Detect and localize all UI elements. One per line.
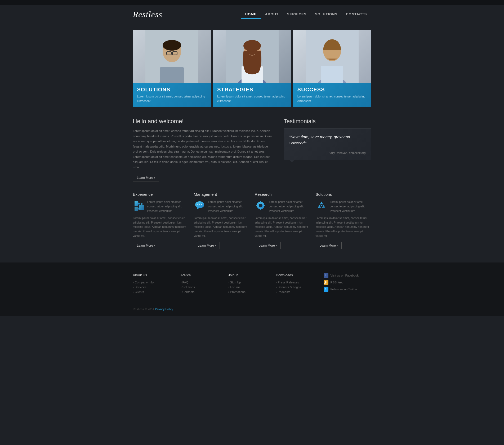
- footer-cols: About Us Company Info Services Clients A…: [133, 273, 371, 295]
- svg-rect-25: [260, 208, 261, 210]
- footer-col-about: About Us Company Info Services Clients: [133, 273, 181, 295]
- hero-card-solutions-title: SOLUTIONS: [137, 87, 207, 93]
- person-silhouette-3: [306, 30, 359, 83]
- hero-card-success-image: [293, 30, 371, 83]
- facebook-icon: f: [324, 273, 328, 278]
- svg-rect-4: [160, 67, 184, 83]
- footer-privacy-link[interactable]: Privacy Policy: [155, 308, 173, 311]
- feature-management-icon: [194, 200, 206, 211]
- feature-solutions-learn-more[interactable]: Learn More: [316, 242, 342, 249]
- footer-col-advice: Advice FAQ Solutions Contacts: [181, 273, 228, 295]
- footer-joinin-promotions: Promotions: [228, 290, 276, 293]
- feature-research-long: Lorem ipsum dolor sit amet, consec tetue…: [255, 216, 310, 238]
- footer-advice-heading: Advice: [181, 273, 228, 277]
- footer-downloads-banners-link[interactable]: Banners & Logos: [278, 286, 301, 289]
- content-row: Hello and welcome! Lorem ipsum dolor sit…: [133, 118, 371, 181]
- person-silhouette-2: [226, 30, 279, 83]
- feature-experience-icon-row: Lorem ipsum dolor sit amet, consec tetue…: [133, 200, 189, 213]
- feature-management-learn-more[interactable]: Learn More: [194, 242, 220, 249]
- feature-research-icon-row: Lorem ipsum dolor sit amet, consec tetue…: [255, 200, 310, 213]
- nav-about[interactable]: ABOUT: [261, 10, 283, 19]
- footer-about-company-link[interactable]: Company Info: [135, 281, 154, 284]
- testimonials-section: Testimonials "Save time, save money, gro…: [284, 118, 371, 181]
- hero-card-solutions: SOLUTIONS Lorem ipsum dolor sit amet, co…: [133, 30, 211, 107]
- feature-management-title: Management: [194, 192, 249, 197]
- footer-advice-faq: FAQ: [181, 281, 228, 284]
- footer-about-company: Company Info: [133, 281, 181, 284]
- svg-rect-27: [263, 205, 265, 206]
- hero-card-strategies: STRATEGIES Lorem ipsum dolor sit amet, c…: [213, 30, 291, 107]
- svg-point-12: [243, 40, 261, 52]
- footer-joinin-signup-link[interactable]: Sign Up: [230, 281, 241, 284]
- footer-col-joinin: Join In Sign Up Forums Promotions: [228, 273, 276, 295]
- hero-card-strategies-desc: Lorem ipsum dolor sit amet, consec tetue…: [217, 94, 287, 103]
- svg-point-32: [324, 283, 325, 284]
- footer-about-services-link[interactable]: Services: [135, 286, 146, 289]
- footer-advice-contacts: Contacts: [181, 290, 228, 293]
- feature-experience-learn-more[interactable]: Learn More: [133, 242, 159, 249]
- welcome-heading: Hello and welcome!: [133, 118, 273, 125]
- footer-about-clients-link[interactable]: Clients: [135, 290, 144, 293]
- footer-downloads-podcasts-link[interactable]: Podcasts: [278, 290, 290, 293]
- footer-advice-solutions-link[interactable]: Solutions: [182, 286, 195, 289]
- rss-link[interactable]: RSS feed: [324, 280, 371, 285]
- svg-point-23: [259, 204, 262, 207]
- social-links: f Visit us on Facebook RSS feed t Follow…: [324, 273, 371, 292]
- facebook-link[interactable]: f Visit us on Facebook: [324, 273, 371, 278]
- footer-joinin-promotions-link[interactable]: Promotions: [230, 290, 246, 293]
- svg-point-19: [197, 204, 198, 205]
- svg-point-3: [163, 40, 181, 51]
- testimonial-author: Sally Donovan, demolink.org: [289, 151, 366, 154]
- footer-joinin-heading: Join In: [228, 273, 276, 277]
- nav-services[interactable]: SERVICES: [283, 10, 311, 19]
- twitter-link[interactable]: t Follow us on Twitter: [324, 287, 371, 292]
- nav-contacts[interactable]: CONTACTS: [342, 10, 371, 19]
- svg-point-20: [199, 204, 200, 205]
- chat-icon: [194, 200, 205, 211]
- footer-downloads-press-link[interactable]: Press Releases: [278, 281, 299, 284]
- footer-about-links: Company Info Services Clients: [133, 281, 181, 293]
- twitter-icon: t: [324, 287, 328, 292]
- feature-management-short: Lorem ipsum dolor sit amet, consec tetue…: [208, 200, 249, 213]
- testimonial-box: "Save time, save money, grow and Succeed…: [284, 128, 371, 160]
- hero-card-solutions-image: [133, 30, 211, 83]
- footer-advice-contacts-link[interactable]: Contacts: [182, 290, 194, 293]
- hero-card-success: SUCCESS Lorem ipsum dolor sit amet, cons…: [293, 30, 371, 107]
- footer-copyright: Restless © 2014: [133, 308, 154, 311]
- feature-experience-icon: [133, 200, 145, 211]
- nav-home[interactable]: HOME: [241, 10, 261, 19]
- footer-advice-links: FAQ Solutions Contacts: [181, 281, 228, 293]
- footer-downloads-links: Press Releases Banners & Logos Podcasts: [276, 281, 324, 293]
- footer-advice-faq-link[interactable]: FAQ: [182, 281, 189, 284]
- hero-card-success-title: SUCCESS: [297, 87, 367, 93]
- recycle-icon: [316, 200, 327, 211]
- feature-research-learn-more[interactable]: Learn More: [255, 242, 281, 249]
- feature-solutions: Solutions: [316, 192, 371, 249]
- testimonials-heading: Testimonials: [284, 118, 371, 125]
- hero-card-success-body: SUCCESS Lorem ipsum dolor sit amet, cons…: [293, 83, 371, 107]
- feature-research: Research: [255, 192, 310, 249]
- nav-solutions[interactable]: SOLUTIONS: [311, 10, 342, 19]
- hero-card-strategies-body: STRATEGIES Lorem ipsum dolor sit amet, c…: [213, 83, 291, 107]
- svg-rect-15: [321, 66, 343, 83]
- footer-downloads-press: Press Releases: [276, 281, 324, 284]
- feature-experience-title: Experience: [133, 192, 189, 197]
- footer-joinin-forums-link[interactable]: Forums: [230, 286, 240, 289]
- footer-downloads-banners: Banners & Logos: [276, 286, 324, 289]
- footer-col-social: f Visit us on Facebook RSS feed t Follow…: [324, 273, 371, 295]
- welcome-learn-more[interactable]: Learn More: [133, 174, 159, 181]
- footer-advice-solutions: Solutions: [181, 286, 228, 289]
- feature-experience: Experience: [133, 192, 189, 249]
- footer-about-heading: About Us: [133, 273, 181, 277]
- feature-solutions-icon: [316, 200, 327, 211]
- hero-cards: SOLUTIONS Lorem ipsum dolor sit amet, co…: [133, 30, 371, 107]
- footer-bottom: Restless © 2014 Privacy Policy: [133, 303, 371, 311]
- feature-management-icon-row: Lorem ipsum dolor sit amet, consec tetue…: [194, 200, 249, 213]
- header: Restless HOME ABOUT SERVICES SOLUTIONS C…: [0, 5, 504, 22]
- svg-point-31: [321, 205, 322, 206]
- feature-management: Management: [194, 192, 249, 249]
- main-inner: SOLUTIONS Lorem ipsum dolor sit amet, co…: [133, 30, 371, 262]
- footer-about-services: Services: [133, 286, 181, 289]
- footer-about-clients: Clients: [133, 290, 181, 293]
- welcome-body: Lorem ipsum dolor sit amet, consec tetue…: [133, 128, 273, 170]
